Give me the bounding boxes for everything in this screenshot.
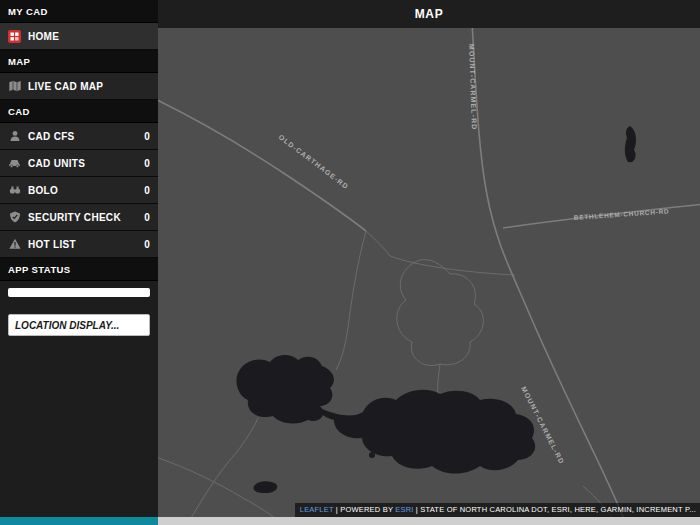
sidebar-item-live-cad-map[interactable]: LIVE CAD MAP [0,73,158,100]
warning-icon [8,238,21,251]
shield-check-icon [8,211,21,224]
map-icon [8,80,21,93]
bottom-status-strip [0,517,700,525]
sidebar-item-cad-units[interactable]: CAD UNITS 0 [0,150,158,177]
sidebar-item-hot-list[interactable]: HOT LIST 0 [0,231,158,258]
sidebar-item-home[interactable]: HOME [0,23,158,50]
esri-link[interactable]: ESRI [395,505,413,514]
vehicle-icon [8,157,21,170]
map-title-bar: MAP [158,0,700,28]
page-title: MAP [415,7,443,21]
connection-status-strip [0,517,158,525]
home-icon [8,30,21,43]
sidebar-item-label: CAD CFS [28,131,75,142]
app-status-indicator [8,288,150,297]
sidebar-item-label: BOLO [28,185,58,196]
map-attribution: LEAFLET | POWERED BY ESRI | STATE OF NOR… [295,503,700,517]
sidebar-item-label: HOME [28,31,59,42]
call-for-service-icon [8,130,21,143]
attribution-powered-by: POWERED BY [340,505,395,514]
sidebar-item-security-check[interactable]: SECURITY CHECK 0 [0,204,158,231]
live-cad-map-canvas[interactable]: MOUNT-CARMEL-RD OLD-CARTHAGE-RD BETHLEHE… [158,28,700,517]
cad-application: MAP MY CAD HOME MAP LIVE CAD MAP CAD CAD… [0,0,700,525]
sidebar-item-cad-cfs[interactable]: CAD CFS 0 [0,123,158,150]
sidebar-item-label: CAD UNITS [28,158,85,169]
section-header-app-status: APP STATUS [0,258,158,281]
cad-units-count: 0 [144,158,150,169]
location-display-field[interactable] [8,314,150,336]
sidebar-item-bolo[interactable]: BOLO 0 [0,177,158,204]
bolo-count: 0 [144,185,150,196]
sidebar-item-label: HOT LIST [28,239,76,250]
sidebar: MY CAD HOME MAP LIVE CAD MAP CAD CAD CFS… [0,0,158,517]
section-header-my-cad: MY CAD [0,0,158,23]
sidebar-item-label: LIVE CAD MAP [28,81,103,92]
binoculars-icon [8,184,21,197]
map-tiles: MOUNT-CARMEL-RD OLD-CARTHAGE-RD BETHLEHE… [158,28,700,517]
hot-list-count: 0 [144,239,150,250]
section-header-cad: CAD [0,100,158,123]
section-header-map: MAP [0,50,158,73]
sidebar-item-label: SECURITY CHECK [28,212,121,223]
attribution-credits: | STATE OF NORTH CAROLINA DOT, ESRI, HER… [414,505,696,514]
cad-cfs-count: 0 [144,131,150,142]
leaflet-link[interactable]: LEAFLET [300,505,334,514]
security-check-count: 0 [144,212,150,223]
